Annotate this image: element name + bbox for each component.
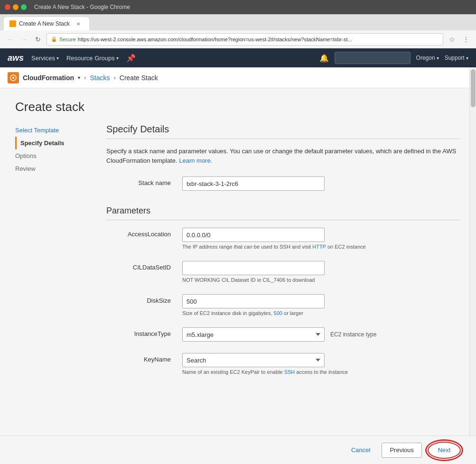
learn-more-link[interactable]: Learn more. bbox=[179, 157, 212, 164]
services-caret-icon: ▾ bbox=[56, 56, 59, 61]
service-dropdown-icon[interactable]: ▾ bbox=[78, 75, 80, 80]
services-label: Services bbox=[31, 55, 55, 62]
resource-groups-nav-item[interactable]: Resource Groups ▾ bbox=[66, 55, 119, 62]
sidebar-item-select-template[interactable]: Select Template bbox=[15, 124, 91, 137]
support-menu[interactable]: Support ▾ bbox=[445, 55, 468, 61]
minimize-window-btn[interactable] bbox=[13, 4, 19, 10]
tab-favicon bbox=[9, 20, 16, 27]
cil-dataset-field-wrap: NOT WORKING CIL Dataset ID ie CIL_7406 t… bbox=[182, 261, 461, 283]
back-btn[interactable]: ← bbox=[5, 34, 15, 45]
instance-type-select[interactable]: m5.xlarge t2.micro t2.small t2.medium m4… bbox=[182, 327, 325, 342]
browser-titlebar: Create A New Stack - Google Chrome bbox=[0, 0, 476, 14]
access-location-input[interactable] bbox=[182, 228, 325, 242]
svg-point-1 bbox=[12, 77, 14, 79]
maximize-window-btn[interactable] bbox=[21, 4, 27, 10]
scroll-thumb[interactable] bbox=[471, 69, 476, 107]
parameters-divider bbox=[106, 220, 461, 220]
nav-right: 🔔 Oregon ▾ Support ▾ bbox=[319, 52, 468, 64]
region-caret-icon: ▾ bbox=[437, 56, 439, 61]
stack-name-field-wrap bbox=[182, 176, 461, 191]
disk-size-label: DiskSize bbox=[106, 294, 182, 304]
aws-logo-text: aws bbox=[8, 53, 24, 63]
instance-type-hint: EC2 instance type bbox=[330, 331, 376, 338]
service-breadcrumb: CloudFormation ▾ › Stacks › Create Stack bbox=[0, 67, 476, 88]
disk-size-hint: Size of EC2 instance disk in gigabytes, … bbox=[182, 310, 372, 316]
breadcrumb-separator-2: › bbox=[113, 74, 115, 81]
cil-dataset-label: CILDataSetID bbox=[106, 261, 182, 271]
pin-icon: 📌 bbox=[126, 54, 136, 63]
aws-logo[interactable]: aws bbox=[8, 53, 24, 63]
tab-title: Create A New Stack bbox=[19, 20, 70, 27]
sidebar-item-review[interactable]: Review bbox=[15, 162, 91, 175]
disk-size-input[interactable] bbox=[182, 294, 325, 308]
browser-addressbar: ← → ↻ 🔒 Secure https://us-west-2.console… bbox=[0, 30, 476, 48]
disk-size-group: DiskSize Size of EC2 instance disk in gi… bbox=[106, 294, 461, 316]
instance-type-label: InstanceType bbox=[106, 327, 182, 337]
stacks-breadcrumb-link[interactable]: Stacks bbox=[90, 74, 110, 82]
forward-btn[interactable]: → bbox=[19, 34, 29, 45]
instance-type-wrap: m5.xlarge t2.micro t2.small t2.medium m4… bbox=[182, 327, 461, 342]
cil-dataset-hint: NOT WORKING CIL Dataset ID ie CIL_7406 t… bbox=[182, 277, 372, 283]
browser-tab-bar: Create A New Stack ✕ bbox=[0, 14, 476, 30]
scrollbar[interactable] bbox=[469, 67, 476, 436]
stack-name-input[interactable] bbox=[182, 176, 325, 191]
key-name-field-wrap: Search Name of an existing EC2 KeyPair t… bbox=[182, 353, 461, 375]
section-title: Specify Details bbox=[106, 124, 461, 135]
sidebar: Select Template Specify Details Options … bbox=[15, 124, 91, 386]
http-link: HTTP bbox=[312, 244, 326, 250]
main-content: Create stack Select Template Specify Det… bbox=[0, 88, 476, 440]
parameters-title: Parameters bbox=[106, 206, 461, 216]
cloudformation-icon bbox=[8, 72, 19, 84]
region-label: Oregon bbox=[416, 55, 435, 61]
disk-size-field-wrap: Size of EC2 instance disk in gigabytes, … bbox=[182, 294, 461, 316]
browser-title: Create A New Stack - Google Chrome bbox=[34, 4, 130, 10]
next-button[interactable]: Next bbox=[428, 442, 461, 459]
more-btn[interactable]: ⋮ bbox=[461, 34, 471, 45]
support-label: Support bbox=[445, 55, 465, 61]
key-name-label: KeyName bbox=[106, 353, 182, 363]
stack-name-group: Stack name bbox=[106, 176, 461, 191]
footer-bar: Cancel Previous Next bbox=[0, 436, 476, 464]
instance-type-field-wrap: m5.xlarge t2.micro t2.small t2.medium m4… bbox=[182, 327, 461, 342]
address-bar[interactable]: 🔒 Secure https://us-west-2.console.aws.a… bbox=[47, 33, 443, 46]
browser-tab[interactable]: Create A New Stack ✕ bbox=[4, 17, 89, 30]
access-location-group: AccessLocation The IP address range that… bbox=[106, 228, 461, 250]
key-name-hint: Name of an existing EC2 KeyPair to enabl… bbox=[182, 369, 372, 375]
create-stack-breadcrumb: Create Stack bbox=[120, 74, 158, 82]
section-divider bbox=[106, 139, 461, 139]
access-location-field-wrap: The IP address range that can be used to… bbox=[182, 228, 461, 250]
layout: Select Template Specify Details Options … bbox=[15, 124, 461, 386]
breadcrumb-separator: › bbox=[84, 74, 86, 81]
region-selector[interactable]: Oregon ▾ bbox=[416, 55, 439, 61]
section-description: Specify a stack name and parameter value… bbox=[106, 147, 461, 165]
bell-icon[interactable]: 🔔 bbox=[319, 54, 329, 63]
parameters-section: Parameters AccessLocation The IP address… bbox=[106, 206, 461, 375]
cancel-button[interactable]: Cancel bbox=[345, 444, 376, 456]
cil-dataset-group: CILDataSetID NOT WORKING CIL Dataset ID … bbox=[106, 261, 461, 283]
instance-type-group: InstanceType m5.xlarge t2.micro t2.small… bbox=[106, 327, 461, 342]
sidebar-item-specify-details[interactable]: Specify Details bbox=[15, 137, 91, 149]
form-content: Specify Details Specify a stack name and… bbox=[106, 124, 461, 386]
aws-nav: aws Services ▾ Resource Groups ▾ 📌 🔔 Ore… bbox=[0, 48, 476, 67]
bookmark-btn[interactable]: ☆ bbox=[447, 34, 457, 45]
services-nav-item[interactable]: Services ▾ bbox=[31, 55, 59, 62]
window-controls bbox=[5, 4, 27, 10]
url-text: https://us-west-2.console.aws.amazon.com… bbox=[78, 37, 352, 42]
sidebar-item-options[interactable]: Options bbox=[15, 149, 91, 162]
cil-dataset-input[interactable] bbox=[182, 261, 325, 275]
refresh-btn[interactable]: ↻ bbox=[33, 34, 43, 45]
resource-groups-caret-icon: ▾ bbox=[116, 56, 119, 61]
tab-close-btn[interactable]: ✕ bbox=[76, 21, 80, 27]
page-title: Create stack bbox=[15, 100, 461, 114]
resource-groups-label: Resource Groups bbox=[66, 55, 115, 62]
previous-button[interactable]: Previous bbox=[382, 443, 422, 458]
close-window-btn[interactable] bbox=[5, 4, 10, 10]
access-location-label: AccessLocation bbox=[106, 228, 182, 238]
cloudformation-service-name[interactable]: CloudFormation bbox=[23, 74, 74, 82]
stack-name-label: Stack name bbox=[106, 176, 182, 186]
support-caret-icon: ▾ bbox=[466, 56, 468, 61]
nav-search-input[interactable] bbox=[335, 52, 411, 64]
key-name-group: KeyName Search Name of an existing EC2 K… bbox=[106, 353, 461, 375]
key-name-select[interactable]: Search bbox=[182, 353, 325, 367]
secure-label: Secure bbox=[59, 37, 76, 42]
